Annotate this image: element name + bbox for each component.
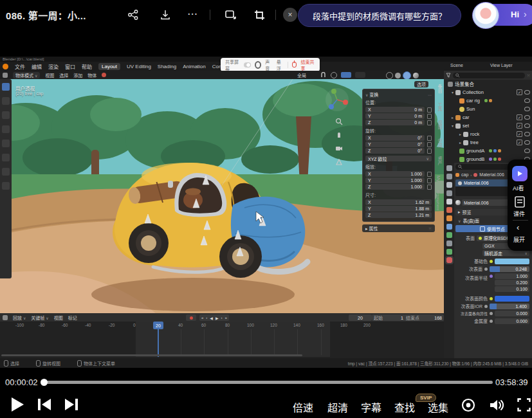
ai-watch-button[interactable] <box>512 166 527 181</box>
sss-method-dropdown[interactable]: 随机游走∨ <box>482 250 529 256</box>
play-button[interactable] <box>10 397 24 412</box>
outliner-search-input[interactable] <box>453 73 525 78</box>
assistant-avatar[interactable] <box>472 2 499 29</box>
lock-icon[interactable] <box>427 114 432 119</box>
lock-icon[interactable] <box>427 149 432 154</box>
share-button[interactable] <box>126 8 140 22</box>
viewport-menu-object[interactable]: 物体 <box>87 72 96 78</box>
outliner-row-collection[interactable]: ▾Collection✓ <box>444 88 532 96</box>
recorder-stop-button[interactable]: 结束共享 <box>300 59 315 71</box>
shading-wireframe-icon[interactable] <box>386 72 393 79</box>
collection-checkbox[interactable]: ✓ <box>517 114 522 120</box>
courseware-label[interactable]: 课件 <box>513 210 525 218</box>
jump-start-button[interactable]: « <box>201 316 203 320</box>
overlay-dropdown[interactable] <box>355 72 365 78</box>
timeline-menu-playback[interactable]: 回放 ∨ <box>13 314 26 321</box>
dimensions-y-field[interactable]: Y1.88 m <box>365 206 432 212</box>
record-dot-icon[interactable] <box>255 61 261 69</box>
lock-icon[interactable] <box>427 107 432 113</box>
tool-select-box[interactable] <box>2 83 10 91</box>
camera-view-icon[interactable] <box>335 145 343 152</box>
more-button[interactable]: ⋯ <box>185 6 199 21</box>
eye-icon[interactable] <box>524 90 530 95</box>
outliner-row-tree[interactable]: ▸tree✓ <box>444 138 532 147</box>
quality-button[interactable]: 超清 <box>327 399 348 415</box>
mode-selector[interactable]: 物体模式 ∨ <box>13 72 40 78</box>
location-z-field[interactable]: Z0 m <box>365 120 425 125</box>
current-frame-field[interactable]: 20 <box>349 314 372 321</box>
tab-tool[interactable]: 工具 <box>436 102 443 111</box>
outliner-row-set[interactable]: ▾set✓ <box>444 122 532 130</box>
menu-help[interactable]: 帮助 <box>82 63 92 70</box>
lock-icon[interactable] <box>427 172 432 177</box>
menu-file[interactable]: 文件 <box>15 63 25 70</box>
recorder-mic-label[interactable]: 声音 <box>265 59 272 71</box>
auto-keying-button[interactable] <box>186 314 196 321</box>
tab-material[interactable] <box>446 257 452 263</box>
shading-rendered-icon[interactable] <box>413 73 419 78</box>
workspace-shading[interactable]: Shading <box>158 64 176 69</box>
search-button[interactable]: 查找 <box>394 399 415 415</box>
next-keyframe-button[interactable]: › <box>221 316 223 320</box>
zoom-gizmo-icon[interactable] <box>335 118 343 125</box>
lock-icon[interactable] <box>427 136 432 141</box>
base-color-swatch[interactable] <box>495 259 529 264</box>
outliner-row-car[interactable]: ▸car✓ <box>444 113 532 122</box>
tab-addon-2[interactable]: 资产 <box>436 156 443 165</box>
eye-icon[interactable] <box>524 115 530 120</box>
episodes-button[interactable]: 选集 <box>428 399 448 415</box>
pip-button[interactable] <box>223 8 237 22</box>
playhead-frame-badge[interactable]: 20 <box>153 322 163 329</box>
tool-rotate[interactable] <box>2 125 10 133</box>
radius-y-field[interactable]: 0.200 <box>495 280 529 286</box>
tab-output[interactable] <box>446 182 452 188</box>
outliner-options-icon[interactable]: ⁙ <box>527 73 530 78</box>
playhead-line[interactable] <box>158 329 159 357</box>
scale-x-field[interactable]: X1.000 <box>365 171 425 177</box>
tab-addon-1[interactable]: 中国 <box>436 138 443 147</box>
blender-logo-icon[interactable] <box>3 64 8 69</box>
workspace-animation[interactable]: Animation <box>183 64 206 69</box>
tab-physics[interactable] <box>446 241 452 246</box>
scene-selector[interactable]: Scene <box>450 63 463 68</box>
rotation-z-field[interactable]: Z0° <box>365 148 425 154</box>
seek-handle[interactable] <box>41 379 48 386</box>
view-layer-selector[interactable]: View Layer <box>490 63 513 68</box>
viewport-menu-view[interactable]: 视图 <box>45 72 54 78</box>
eye-icon[interactable] <box>524 98 530 103</box>
transform-panel-title[interactable]: 变换 <box>369 93 378 97</box>
outliner-row-groundA[interactable]: groundA <box>444 147 532 155</box>
filter-icon[interactable] <box>446 73 451 78</box>
seek-bar[interactable] <box>46 381 493 384</box>
radius-x-field[interactable]: 1.000 <box>495 273 529 279</box>
shading-solid-icon[interactable] <box>395 73 401 78</box>
outliner-row-root[interactable]: 场景集合 <box>444 80 532 88</box>
viewport-options-button[interactable]: 选项 <box>414 81 428 87</box>
menu-render[interactable]: 渲染 <box>48 63 59 70</box>
ior-slider[interactable]: 1.400 <box>490 304 529 309</box>
frame-start-field[interactable]: 起始1 <box>372 314 405 321</box>
close-question-button[interactable]: × <box>283 8 297 22</box>
eye-icon[interactable] <box>524 132 530 136</box>
proportional-edit-icon[interactable] <box>331 72 337 78</box>
tab-view-layer[interactable] <box>446 190 452 196</box>
rotation-mode-dropdown[interactable]: XYZ 欧拉∨ <box>365 156 432 161</box>
subtitles-button[interactable]: 字幕 <box>361 399 381 415</box>
tab-scene[interactable] <box>446 199 452 204</box>
share-toggle[interactable] <box>244 62 251 68</box>
outliner-row-sun[interactable]: Sun <box>444 105 532 113</box>
eye-icon[interactable] <box>524 149 530 153</box>
outliner-row-car-rig[interactable]: car rig <box>444 96 532 105</box>
tool-transform[interactable] <box>2 154 10 161</box>
recorder-float-label[interactable]: 悬浮 <box>277 59 284 71</box>
tab-object[interactable] <box>446 215 452 221</box>
download-button[interactable] <box>158 8 172 22</box>
orientation-selector[interactable]: 全局 <box>297 72 306 78</box>
collapsed-panel-item[interactable]: ▸ 属性⁙ <box>362 224 435 232</box>
menu-edit[interactable]: 编辑 <box>32 63 42 70</box>
dimensions-x-field[interactable]: X1.62 m <box>365 199 432 205</box>
eye-icon[interactable] <box>524 123 530 128</box>
tab-addon-4[interactable]: Atmosphere <box>436 190 440 210</box>
lock-icon[interactable] <box>427 185 432 190</box>
magnet-snap-icon[interactable] <box>320 72 326 78</box>
